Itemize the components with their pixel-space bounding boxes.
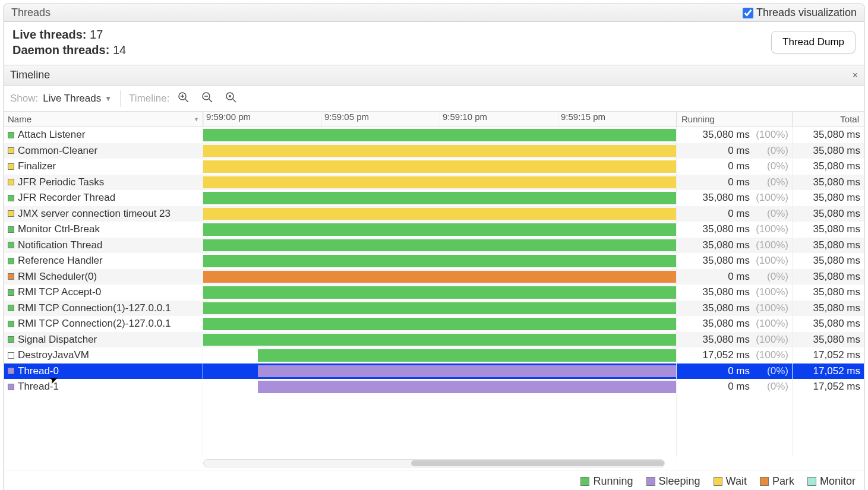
live-threads-count: 17 [90, 28, 103, 41]
legend-swatch-icon [807, 477, 816, 486]
state-swatch-icon [8, 226, 14, 233]
thread-name: Signal Dispatcher [18, 334, 97, 346]
running-pct: (0%) [756, 271, 788, 283]
thread-name: RMI Scheduler(0) [18, 271, 97, 283]
running-pct: (0%) [756, 160, 788, 172]
thread-name: Attach Listener [18, 129, 85, 141]
total-value: 35,080 ms [813, 286, 860, 298]
column-total[interactable]: Total [793, 112, 864, 127]
thread-dump-button[interactable]: Thread Dump [771, 31, 856, 53]
zoom-fit-icon[interactable] [222, 89, 241, 108]
close-icon[interactable]: × [853, 70, 858, 81]
column-name[interactable]: Name▼ [4, 112, 203, 127]
timeline-scrollbar[interactable] [203, 459, 665, 467]
table-row[interactable]: RMI TCP Connection(1)-127.0.0.135,080 ms… [4, 301, 864, 317]
table-row[interactable]: JFR Periodic Tasks0 ms(0%)35,080 ms [4, 175, 864, 191]
state-swatch-icon [8, 195, 14, 201]
zoom-in-icon[interactable] [174, 89, 193, 108]
total-value: 35,080 ms [813, 271, 860, 283]
running-pct: (100%) [756, 286, 788, 298]
total-value: 35,080 ms [813, 239, 860, 251]
separator [120, 90, 121, 107]
daemon-threads-label: Daemon threads: [12, 43, 109, 56]
threads-table: Name▼ 9:59:00 pm9:59:05 pm9:59:10 pm9:59… [4, 112, 864, 467]
panel-header: Threads Threads visualization [4, 4, 864, 22]
state-swatch-icon [8, 147, 14, 154]
thread-name: DestroyJavaVM [18, 349, 89, 361]
table-row[interactable]: Reference Handler35,080 ms(100%)35,080 m… [4, 253, 864, 269]
running-value: 35,080 ms [703, 286, 750, 298]
threads-visualization-checkbox[interactable]: Threads visualization [743, 7, 857, 19]
timeline-bar [203, 286, 676, 299]
svg-line-5 [209, 99, 212, 102]
timeline-bar [203, 160, 676, 173]
thread-name: Finalizer [18, 160, 56, 172]
running-value: 17,052 ms [703, 349, 750, 361]
table-row[interactable]: JMX server connection timeout 230 ms(0%)… [4, 206, 864, 222]
table-row[interactable]: Thread-00 ms(0%)17,052 ms [4, 363, 864, 380]
timeline-bar [203, 302, 676, 315]
total-value: 35,080 ms [813, 208, 860, 220]
total-value: 35,080 ms [813, 302, 860, 314]
column-timeline[interactable]: 9:59:00 pm9:59:05 pm9:59:10 pm9:59:15 pm [203, 112, 677, 127]
timeline-bar [203, 223, 676, 236]
total-value: 35,080 ms [813, 334, 860, 346]
thread-name: RMI TCP Connection(2)-127.0.0.1 [18, 318, 171, 330]
time-tick: 9:59:00 pm [203, 112, 321, 127]
timeline-bar [258, 365, 676, 378]
panel-title: Threads [11, 7, 50, 19]
table-row[interactable]: Notification Thread35,080 ms(100%)35,080… [4, 238, 864, 254]
state-swatch-icon [8, 368, 14, 374]
chevron-down-icon: ▼ [105, 94, 112, 103]
table-row[interactable]: RMI Scheduler(0)0 ms(0%)35,080 ms [4, 269, 864, 285]
svg-line-1 [185, 99, 188, 102]
running-value: 35,080 ms [703, 302, 750, 314]
table-row[interactable]: Finalizer0 ms(0%)35,080 ms [4, 159, 864, 175]
running-value: 0 ms [728, 160, 750, 172]
thread-name: JMX server connection timeout 23 [18, 208, 171, 220]
running-value: 0 ms [728, 145, 750, 157]
total-value: 17,052 ms [813, 349, 860, 361]
legend-label: Monitor [820, 475, 856, 488]
thread-name: RMI TCP Connection(1)-127.0.0.1 [18, 302, 171, 314]
timeline-bar [203, 176, 676, 189]
running-value: 35,080 ms [703, 239, 750, 251]
thread-name: JFR Recorder Thread [18, 192, 115, 204]
column-running[interactable]: Running [677, 112, 793, 127]
timeline-toolbar: Show: Live Threads ▼ Timeline: [4, 86, 864, 112]
table-row[interactable]: Monitor Ctrl-Break35,080 ms(100%)35,080 … [4, 222, 864, 238]
thread-name: Common-Cleaner [18, 145, 97, 157]
running-value: 35,080 ms [703, 223, 750, 235]
table-row[interactable]: Thread-10 ms(0%)17,052 ms [4, 379, 864, 395]
state-swatch-icon [8, 273, 14, 280]
table-row[interactable]: DestroyJavaVM17,052 ms(100%)17,052 ms [4, 347, 864, 363]
running-pct: (100%) [756, 349, 788, 361]
table-row[interactable]: Signal Dispatcher35,080 ms(100%)35,080 m… [4, 332, 864, 348]
timeline-bar [203, 208, 676, 220]
running-value: 35,080 ms [703, 255, 750, 267]
total-value: 35,080 ms [813, 176, 860, 188]
running-pct: (100%) [756, 239, 788, 251]
timeline-bar [203, 129, 676, 141]
state-swatch-icon [8, 242, 14, 248]
timeline-label: Timeline: [129, 93, 169, 105]
table-row[interactable]: Attach Listener35,080 ms(100%)35,080 ms [4, 127, 864, 143]
running-value: 35,080 ms [703, 192, 750, 204]
running-pct: (0%) [756, 145, 788, 157]
thread-name: Reference Handler [18, 255, 103, 267]
thread-name: Notification Thread [18, 239, 102, 251]
show-dropdown-value: Live Threads [43, 93, 101, 105]
running-pct: (100%) [756, 302, 788, 314]
timeline-bar [203, 255, 676, 267]
running-value: 35,080 ms [703, 129, 750, 141]
zoom-out-icon[interactable] [198, 89, 217, 108]
total-value: 35,080 ms [813, 145, 860, 157]
table-row[interactable]: Common-Cleaner0 ms(0%)35,080 ms [4, 143, 864, 159]
table-row[interactable]: RMI TCP Accept-035,080 ms(100%)35,080 ms [4, 284, 864, 301]
show-dropdown[interactable]: Live Threads ▼ [43, 93, 112, 105]
table-row[interactable]: JFR Recorder Thread35,080 ms(100%)35,080… [4, 190, 864, 206]
checkbox-label: Threads visualization [756, 7, 857, 19]
timeline-bar [258, 381, 676, 393]
legend-item: Wait [714, 475, 747, 488]
table-row[interactable]: RMI TCP Connection(2)-127.0.0.135,080 ms… [4, 316, 864, 332]
